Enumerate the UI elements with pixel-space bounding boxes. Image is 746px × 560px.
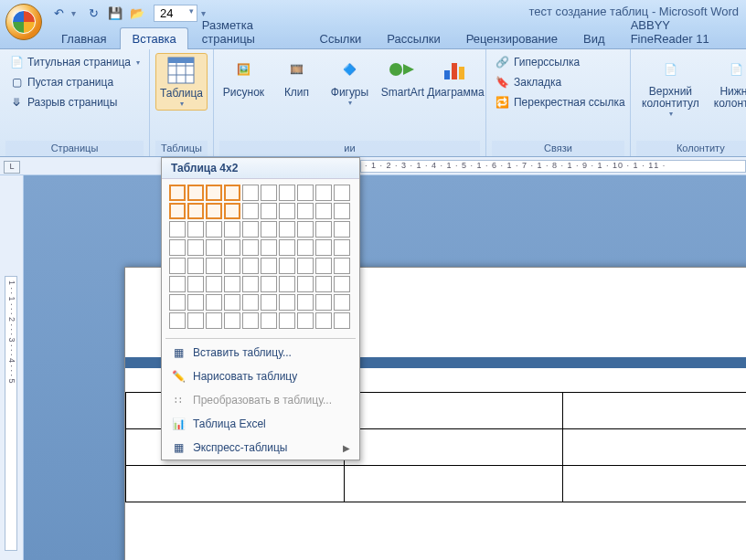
- grid-cell[interactable]: [206, 239, 222, 256]
- grid-cell[interactable]: [224, 203, 240, 219]
- grid-cell[interactable]: [169, 294, 186, 311]
- insert-table-item[interactable]: ▦Вставить таблицу...: [162, 341, 359, 365]
- grid-cell[interactable]: [261, 258, 277, 274]
- grid-cell[interactable]: [279, 203, 295, 219]
- grid-cell[interactable]: [187, 221, 204, 238]
- tab-insert[interactable]: Вставка: [120, 27, 187, 49]
- table-button[interactable]: Таблица▾: [155, 53, 208, 111]
- grid-cell[interactable]: [187, 203, 204, 219]
- grid-cell[interactable]: [315, 239, 332, 256]
- grid-cell[interactable]: [279, 185, 295, 201]
- grid-cell[interactable]: [334, 258, 350, 274]
- grid-cell[interactable]: [187, 258, 204, 274]
- blank-page-button[interactable]: ▢Пустая страница: [5, 73, 144, 91]
- smartart-button[interactable]: SmartArt: [378, 53, 427, 100]
- grid-cell[interactable]: [334, 239, 350, 256]
- grid-cell[interactable]: [297, 221, 314, 238]
- grid-cell[interactable]: [169, 258, 186, 274]
- grid-cell[interactable]: [315, 294, 332, 311]
- grid-cell[interactable]: [242, 258, 259, 274]
- grid-cell[interactable]: [242, 203, 259, 219]
- grid-cell[interactable]: [261, 221, 277, 238]
- bookmark-button[interactable]: 🔖Закладка: [492, 73, 629, 91]
- grid-cell[interactable]: [297, 239, 314, 256]
- excel-table-item[interactable]: 📊Таблица Excel: [162, 412, 359, 436]
- grid-cell[interactable]: [315, 312, 332, 329]
- grid-cell[interactable]: [315, 276, 332, 292]
- tab-layout[interactable]: Разметка страницы: [190, 14, 306, 49]
- page-break-button[interactable]: ⤋Разрыв страницы: [5, 93, 144, 111]
- grid-cell[interactable]: [224, 294, 240, 311]
- grid-cell[interactable]: [279, 294, 295, 311]
- grid-cell[interactable]: [279, 312, 295, 329]
- clip-button[interactable]: 🎞️Клип: [272, 53, 321, 100]
- grid-cell[interactable]: [315, 203, 332, 219]
- grid-cell[interactable]: [297, 276, 314, 292]
- doc-table-cell[interactable]: [345, 393, 563, 429]
- ruler-corner[interactable]: L: [4, 161, 20, 174]
- grid-cell[interactable]: [206, 258, 222, 274]
- grid-cell[interactable]: [169, 276, 186, 292]
- tab-view[interactable]: Вид: [571, 27, 617, 49]
- cover-page-button[interactable]: 📄Титульная страница▾: [5, 53, 144, 71]
- grid-cell[interactable]: [206, 203, 222, 219]
- grid-cell[interactable]: [169, 312, 186, 329]
- footer-button[interactable]: 📄Нижни колонтит: [709, 53, 746, 111]
- grid-cell[interactable]: [242, 276, 259, 292]
- grid-cell[interactable]: [334, 312, 350, 329]
- grid-cell[interactable]: [224, 276, 240, 292]
- tab-mailings[interactable]: Рассылки: [375, 27, 452, 49]
- grid-cell[interactable]: [242, 185, 259, 201]
- grid-cell[interactable]: [315, 185, 332, 201]
- grid-cell[interactable]: [297, 185, 314, 201]
- crossref-button[interactable]: 🔁Перекрестная ссылка: [492, 93, 629, 111]
- grid-cell[interactable]: [206, 185, 222, 201]
- grid-cell[interactable]: [279, 239, 295, 256]
- chart-button[interactable]: Диаграмма: [431, 53, 480, 100]
- redo-button[interactable]: ↻: [84, 4, 102, 22]
- draw-table-item[interactable]: ✏️Нарисовать таблицу: [162, 365, 359, 388]
- undo-button[interactable]: ↶: [49, 4, 68, 22]
- grid-cell[interactable]: [206, 312, 222, 329]
- header-button[interactable]: 📄Верхний колонтитул▾: [636, 53, 705, 120]
- grid-cell[interactable]: [224, 239, 240, 256]
- doc-table-cell[interactable]: [563, 466, 747, 502]
- grid-cell[interactable]: [279, 221, 295, 238]
- doc-table-cell[interactable]: [345, 429, 563, 466]
- grid-cell[interactable]: [334, 203, 350, 219]
- document-workspace[interactable]: [24, 175, 746, 560]
- grid-cell[interactable]: [315, 258, 332, 274]
- grid-cell[interactable]: [334, 294, 350, 311]
- grid-cell[interactable]: [261, 185, 277, 201]
- grid-cell[interactable]: [206, 294, 222, 311]
- open-button[interactable]: 📂: [128, 4, 146, 22]
- ruler-horizontal[interactable]: · 1 · 2 · 3 · 1 · 4 · 1 · 5 · 1 · 6 · 1 …: [0, 157, 746, 175]
- save-button[interactable]: 💾: [106, 4, 124, 22]
- grid-cell[interactable]: [297, 258, 314, 274]
- doc-table-cell[interactable]: [563, 393, 747, 429]
- grid-cell[interactable]: [242, 294, 259, 311]
- table-grid-picker[interactable]: [162, 179, 359, 336]
- grid-cell[interactable]: [297, 294, 314, 311]
- grid-cell[interactable]: [224, 312, 240, 329]
- grid-cell[interactable]: [187, 276, 204, 292]
- grid-cell[interactable]: [187, 239, 204, 256]
- grid-cell[interactable]: [261, 203, 277, 219]
- quick-tables-item[interactable]: ▦Экспресс-таблицы▶: [162, 436, 359, 460]
- grid-cell[interactable]: [169, 203, 186, 219]
- tab-abbyy[interactable]: ABBYY FineReader 11: [619, 14, 746, 49]
- grid-cell[interactable]: [261, 294, 277, 311]
- grid-cell[interactable]: [334, 276, 350, 292]
- grid-cell[interactable]: [279, 276, 295, 292]
- grid-cell[interactable]: [224, 258, 240, 274]
- grid-cell[interactable]: [297, 312, 314, 329]
- picture-button[interactable]: 🖼️Рисунок: [218, 53, 268, 100]
- tab-references[interactable]: Ссылки: [308, 27, 374, 49]
- grid-cell[interactable]: [242, 312, 259, 329]
- grid-cell[interactable]: [261, 239, 277, 256]
- grid-cell[interactable]: [169, 221, 186, 238]
- grid-cell[interactable]: [187, 185, 204, 201]
- hyperlink-button[interactable]: 🔗Гиперссылка: [492, 53, 629, 71]
- doc-table-cell[interactable]: [126, 466, 345, 502]
- grid-cell[interactable]: [297, 203, 314, 219]
